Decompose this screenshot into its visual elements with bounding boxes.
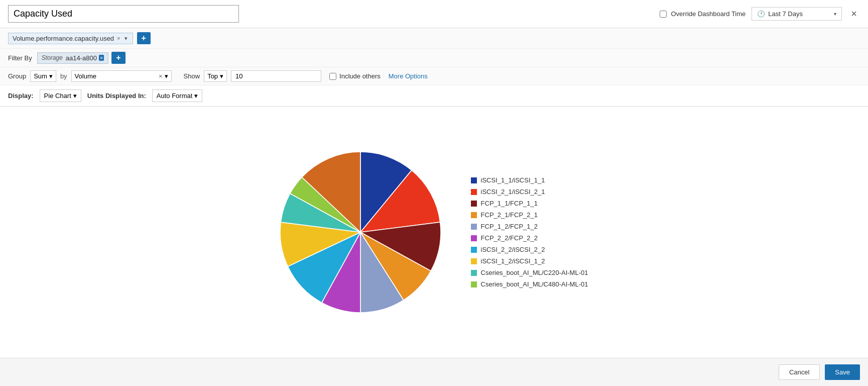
chart-type-select[interactable]: Pie Chart ▾ — [40, 89, 81, 102]
legend-color-box — [471, 177, 477, 183]
group-label: Group — [8, 72, 26, 80]
legend-item-label: iSCSI_2_2/iSCSI_2_2 — [481, 246, 545, 253]
legend-item-label: Cseries_boot_AI_ML/C480-AI-ML-01 — [481, 280, 588, 288]
legend-item: Cseries_boot_AI_ML/C220-AI-ML-01 — [471, 269, 588, 276]
pie-chart — [280, 152, 441, 313]
close-button[interactable]: × — [848, 7, 860, 21]
override-area: Override Dashboard Time — [660, 10, 746, 18]
group-by-x[interactable]: × — [159, 72, 163, 80]
legend-item: FCP_1_2/FCP_1_2 — [471, 223, 588, 230]
legend-color-box — [471, 247, 477, 253]
legend-item-label: iSCSI_2_1/iSCSI_2_1 — [481, 188, 545, 196]
display-row: Display: Pie Chart ▾ Units Displayed In:… — [0, 85, 868, 107]
units-value: Auto Format — [157, 92, 193, 100]
filter-value: aa14-a800 — [66, 54, 97, 62]
legend-color-box — [471, 224, 477, 230]
save-button[interactable]: Save — [825, 364, 860, 380]
group-by-value: Volume — [75, 72, 96, 80]
legend-item: iSCSI_1_2/iSCSI_1_2 — [471, 257, 588, 265]
time-selector-text: Last 7 Days — [768, 10, 831, 18]
group-by-chevron: ▾ — [165, 72, 168, 80]
override-label: Override Dashboard Time — [671, 10, 746, 18]
by-label: by — [60, 72, 67, 80]
pie-container: iSCSI_1_1/iSCSI_1_1iSCSI_2_1/iSCSI_2_1FC… — [280, 152, 588, 313]
legend-item: FCP_2_1/FCP_2_1 — [471, 211, 588, 219]
include-others-label: Include others — [339, 72, 381, 80]
filter-tag: Storage aa14-a800 × — [37, 52, 109, 64]
top-input[interactable] — [231, 70, 321, 82]
aggregate-chevron: ▾ — [49, 72, 53, 80]
legend-item: iSCSI_1_1/iSCSI_1_1 — [471, 176, 588, 184]
legend-color-box — [471, 201, 477, 207]
filter-remove-button[interactable]: × — [99, 55, 104, 61]
header: Override Dashboard Time 🕐 Last 7 Days ▾ … — [0, 0, 868, 28]
override-checkbox[interactable] — [660, 11, 667, 18]
legend-item-label: FCP_1_1/FCP_1_1 — [481, 200, 538, 207]
add-metric-button[interactable]: + — [137, 32, 151, 44]
legend-color-box — [471, 212, 477, 218]
time-selector[interactable]: 🕐 Last 7 Days ▾ — [752, 7, 842, 21]
legend-item: FCP_1_1/FCP_1_1 — [471, 200, 588, 207]
legend-item-label: FCP_2_2/FCP_2_2 — [481, 234, 538, 242]
include-others-checkbox[interactable] — [329, 73, 336, 80]
clock-icon: 🕐 — [757, 10, 765, 18]
top-select[interactable]: Top ▾ — [204, 70, 227, 82]
legend-item: iSCSI_2_2/iSCSI_2_2 — [471, 246, 588, 253]
metric-tag-dropdown[interactable]: ▾ — [123, 35, 129, 42]
top-chevron: ▾ — [220, 72, 223, 80]
legend-item-label: iSCSI_1_2/iSCSI_1_2 — [481, 257, 545, 265]
legend-item-label: Cseries_boot_AI_ML/C220-AI-ML-01 — [481, 269, 588, 276]
filter-row: Filter By Storage aa14-a800 × + — [0, 49, 868, 67]
footer: Cancel Save — [0, 358, 868, 386]
legend-color-box — [471, 258, 477, 264]
legend-item: iSCSI_2_1/iSCSI_2_1 — [471, 188, 588, 196]
legend: iSCSI_1_1/iSCSI_1_1iSCSI_2_1/iSCSI_2_1FC… — [471, 176, 588, 288]
add-filter-button[interactable]: + — [111, 52, 125, 64]
cancel-button[interactable]: Cancel — [779, 364, 820, 380]
legend-color-box — [471, 270, 477, 276]
show-label: Show — [184, 72, 200, 80]
legend-color-box — [471, 189, 477, 195]
filter-type: Storage — [42, 54, 63, 61]
legend-item-label: FCP_1_2/FCP_1_2 — [481, 223, 538, 230]
legend-item: FCP_2_2/FCP_2_2 — [471, 234, 588, 242]
chevron-down-icon: ▾ — [834, 11, 836, 17]
chart-area: iSCSI_1_1/iSCSI_1_1iSCSI_2_1/iSCSI_2_1FC… — [0, 107, 868, 358]
legend-item-label: FCP_2_1/FCP_2_1 — [481, 211, 538, 219]
more-options-link[interactable]: More Options — [389, 72, 428, 80]
metric-tag: Volume.performance.capacity.used × ▾ — [8, 33, 133, 44]
title-input[interactable] — [8, 5, 239, 23]
display-label: Display: — [8, 92, 34, 100]
include-others-area: Include others — [329, 72, 381, 80]
chart-type-value: Pie Chart — [44, 92, 71, 100]
metric-tag-label: Volume.performance.capacity.used — [13, 35, 114, 42]
units-label: Units Displayed In: — [87, 92, 146, 100]
legend-color-box — [471, 235, 477, 241]
filter-by-label: Filter By — [8, 54, 32, 62]
units-chevron: ▾ — [194, 92, 198, 100]
aggregate-select[interactable]: Sum ▾ — [30, 70, 56, 82]
group-row: Group Sum ▾ by Volume × ▾ Show Top ▾ Inc… — [0, 67, 868, 85]
group-by-select[interactable]: Volume × ▾ — [71, 70, 172, 82]
aggregate-value: Sum — [34, 72, 47, 80]
metric-row: Volume.performance.capacity.used × ▾ + — [0, 28, 868, 49]
top-value: Top — [207, 72, 218, 80]
modal-container: Override Dashboard Time 🕐 Last 7 Days ▾ … — [0, 0, 868, 386]
chart-type-chevron: ▾ — [73, 92, 77, 100]
units-select[interactable]: Auto Format ▾ — [152, 89, 203, 102]
metric-tag-remove[interactable]: × — [117, 35, 120, 41]
legend-item: Cseries_boot_AI_ML/C480-AI-ML-01 — [471, 280, 588, 288]
legend-color-box — [471, 281, 477, 287]
legend-item-label: iSCSI_1_1/iSCSI_1_1 — [481, 176, 545, 184]
